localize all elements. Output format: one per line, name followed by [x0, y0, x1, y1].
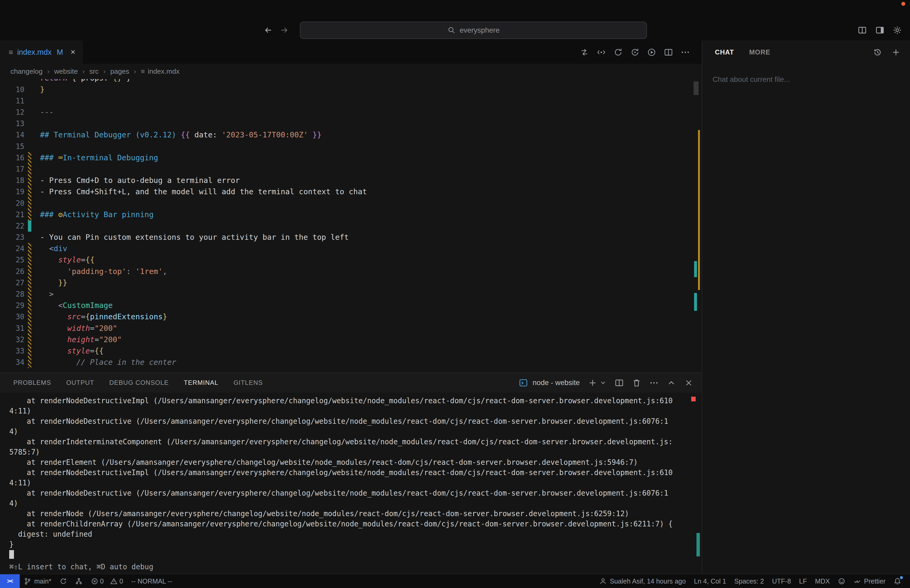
tab-modified-badge: M: [57, 48, 63, 57]
gutter-added-marker: [28, 220, 31, 232]
code-line[interactable]: 12---: [0, 107, 702, 118]
code-line[interactable]: 10}: [0, 84, 702, 95]
line-number: 28: [0, 289, 24, 300]
code-line[interactable]: 32 height="200": [0, 334, 702, 345]
code-line[interactable]: 17: [0, 163, 702, 175]
tab-chat[interactable]: CHAT: [715, 48, 734, 56]
gutter-spacer: [28, 118, 31, 129]
tab-index-mdx[interactable]: ≡ index.mdx M ×: [0, 40, 83, 64]
chat-body[interactable]: Chat about current file...: [702, 64, 910, 573]
code-line[interactable]: 29 <CustomImage: [0, 300, 702, 311]
feedback-item[interactable]: [834, 574, 849, 588]
breadcrumb-item[interactable]: pages: [110, 67, 129, 76]
eol-item[interactable]: LF: [795, 574, 811, 588]
open-changes-icon[interactable]: [580, 48, 589, 57]
notifications-item[interactable]: [890, 574, 905, 588]
code-line[interactable]: 27 }}: [0, 277, 702, 289]
panel-tab-terminal[interactable]: TERMINAL: [176, 379, 226, 386]
panel-tab-gitlens[interactable]: GITLENS: [226, 379, 270, 386]
vim-mode-indicator[interactable]: -- NORMAL --: [127, 574, 176, 588]
search-input[interactable]: everysphere: [300, 22, 647, 39]
panel-tab-debug-console[interactable]: DEBUG CONSOLE: [102, 379, 176, 386]
indentation-item[interactable]: Spaces: 2: [730, 574, 768, 588]
terminal-name: node - website: [533, 378, 580, 387]
kill-terminal-icon[interactable]: [632, 378, 641, 388]
git-branch-item[interactable]: main*: [20, 574, 55, 588]
editor-scrollbar-thumb[interactable]: [693, 81, 699, 95]
run-file-icon[interactable]: [647, 48, 656, 57]
app-window: everysphere ≡ index.mdx M ×: [0, 0, 910, 588]
code-line[interactable]: 13: [0, 118, 702, 129]
cursor-position-item[interactable]: Ln 4, Col 1: [690, 574, 730, 588]
code-line[interactable]: 23- You can Pin custom extensions to you…: [0, 232, 702, 243]
panel-tab-output[interactable]: OUTPUT: [59, 379, 102, 386]
breadcrumb-item[interactable]: website: [54, 67, 78, 76]
code-line[interactable]: 18- Press Cmd+D to auto-debug a terminal…: [0, 175, 702, 186]
language-mode-item[interactable]: MDX: [811, 574, 834, 588]
code-editor[interactable]: return { props: {} }10}1112---1314## Ter…: [0, 79, 702, 372]
notification-badge-dot: [900, 576, 903, 579]
tab-more[interactable]: MORE: [749, 48, 770, 56]
remote-indicator[interactable]: ><: [0, 574, 20, 588]
feedback-smiley-icon: [838, 577, 845, 585]
terminal-profile-selector[interactable]: node - website: [519, 378, 580, 388]
code-line[interactable]: 24 <div: [0, 243, 702, 254]
code-text: // Place in the center: [40, 357, 176, 368]
split-editor-icon[interactable]: [664, 48, 673, 57]
code-line[interactable]: 11: [0, 95, 702, 107]
code-line[interactable]: 25 style={{: [0, 254, 702, 266]
open-preview-icon[interactable]: [596, 48, 606, 57]
maximize-panel-icon[interactable]: [667, 378, 676, 388]
panel-more-icon[interactable]: [649, 378, 659, 388]
breadcrumb-item[interactable]: changelog: [11, 67, 43, 76]
code-line[interactable]: return { props: {} }: [0, 79, 702, 84]
problems-item[interactable]: 0 0: [87, 574, 127, 588]
panel-tab-problems[interactable]: PROBLEMS: [6, 379, 59, 386]
terminal-scrollbar-thumb[interactable]: [697, 533, 700, 556]
new-terminal-icon[interactable]: [588, 378, 597, 388]
chat-history-icon[interactable]: [873, 48, 882, 57]
code-line[interactable]: 20: [0, 198, 702, 209]
toggle-panel-layout-icon[interactable]: [858, 26, 867, 35]
git-blame-item[interactable]: Sualeh Asif, 14 hours ago: [595, 574, 690, 588]
code-line[interactable]: 15: [0, 141, 702, 152]
code-line[interactable]: 30 src={pinnedExtensions}: [0, 311, 702, 322]
editor-tab-strip: ≡ index.mdx M ×: [0, 40, 702, 64]
code-line[interactable]: 21### ⚙Activity Bar pinning: [0, 209, 702, 220]
close-panel-icon[interactable]: [684, 378, 693, 388]
gutter-modified-marker: [28, 277, 31, 289]
sync-changes-item[interactable]: [55, 574, 71, 588]
forward-arrow-icon[interactable]: [280, 26, 289, 35]
formatter-item[interactable]: Prettier: [849, 574, 889, 588]
gutter-modified-marker: [28, 254, 31, 266]
source-control-graph-item[interactable]: [71, 574, 87, 588]
settings-gear-icon[interactable]: [892, 26, 902, 35]
code-line[interactable]: 22: [0, 220, 702, 232]
code-line[interactable]: 34 // Place in the center: [0, 357, 702, 368]
code-line[interactable]: 14## Terminal Debugger (v0.2.12) {{ date…: [0, 129, 702, 141]
terminal-output: at renderNodeDestructiveImpl (/Users/ama…: [9, 396, 674, 560]
tab-close-icon[interactable]: ×: [71, 48, 75, 57]
more-actions-icon[interactable]: [680, 48, 690, 57]
overview-ruler-added-mark: [694, 293, 697, 311]
code-line[interactable]: 26 'padding-top': '1rem',: [0, 266, 702, 277]
code-text: <div: [40, 243, 67, 254]
toggle-secondary-sidebar-icon[interactable]: [875, 26, 884, 35]
toolbar-sync-icon[interactable]: [614, 48, 623, 57]
terminal[interactable]: at renderNodeDestructiveImpl (/Users/ama…: [0, 393, 702, 574]
encoding-item[interactable]: UTF-8: [768, 574, 795, 588]
code-line[interactable]: 31 width="200": [0, 323, 702, 334]
back-arrow-icon[interactable]: [263, 26, 273, 35]
breadcrumb-item[interactable]: src: [89, 67, 99, 76]
code-line[interactable]: 19- Press Cmd+Shift+L, and the model wil…: [0, 186, 702, 197]
search-icon: [448, 26, 456, 34]
code-line[interactable]: 28 >: [0, 289, 702, 300]
warning-count: 0: [119, 577, 123, 585]
code-line[interactable]: 33 style={{: [0, 345, 702, 357]
terminal-dropdown-chevron-icon[interactable]: [600, 379, 606, 386]
code-line[interactable]: 16### ⌨In-terminal Debugging: [0, 152, 702, 163]
new-chat-icon[interactable]: [891, 48, 900, 57]
split-terminal-icon[interactable]: [614, 378, 624, 388]
breadcrumb-item[interactable]: index.mdx: [148, 67, 179, 76]
toolbar-rerun-icon[interactable]: [630, 48, 640, 57]
